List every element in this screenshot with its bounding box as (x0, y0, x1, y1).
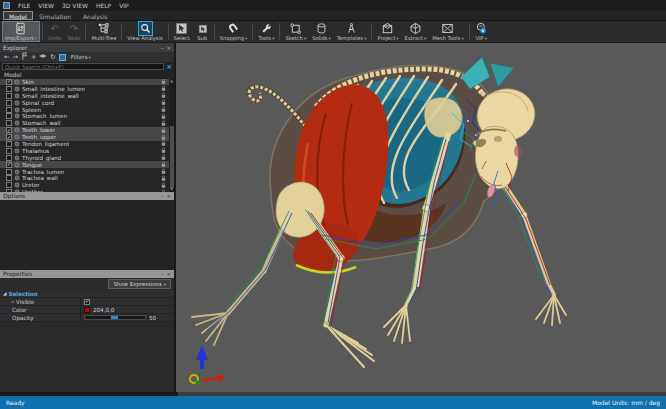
visible-checkbox[interactable]: ✓ (84, 299, 90, 305)
quick-search-input[interactable] (2, 63, 164, 70)
import-export-icon (14, 22, 27, 35)
tree-item-trachea-wall[interactable]: Trachea_wall (0, 175, 174, 182)
tree-item-stomach-wall[interactable]: Stomach_wall (0, 120, 174, 127)
left-dock: Explorer – × ← → + ↻ Filters ▾ (0, 43, 176, 392)
menu-item-file[interactable]: FILE (14, 0, 34, 11)
tree-item-spleen[interactable]: Spleen (0, 106, 174, 113)
3d-viewport[interactable] (176, 43, 666, 392)
project-button[interactable]: Project▾ (374, 21, 401, 42)
slider-handle[interactable] (111, 316, 118, 319)
visibility-checkbox[interactable]: ✓ (6, 162, 12, 168)
scroll-up-icon[interactable]: ▲ (169, 79, 174, 84)
menu-item-view[interactable]: VIEW (34, 0, 58, 11)
lock-icon[interactable] (161, 189, 166, 193)
redo-button[interactable]: ↷Redo (64, 21, 83, 42)
tree-item-ureter[interactable]: Ureter (0, 182, 174, 189)
scrollbar-thumb[interactable] (170, 126, 174, 187)
scroll-down-icon[interactable]: ▼ (169, 187, 174, 192)
chevron-down-icon: ▾ (329, 35, 331, 42)
templates-button[interactable]: Templates▾ (334, 21, 370, 42)
visibility-checkbox[interactable] (6, 86, 12, 92)
snapping-button[interactable]: Snapping▾ (217, 21, 251, 42)
tree-item-stomach-lumen[interactable]: Stomach_lumen (0, 113, 174, 120)
close-panel-icon[interactable]: × (166, 45, 171, 51)
sub-button[interactable]: Sub (193, 21, 212, 42)
mesh-tools-icon (441, 22, 454, 35)
visibility-checkbox[interactable] (6, 155, 12, 161)
tree-item-thyroid-gland[interactable]: Thyroid_gland (0, 154, 174, 161)
tab-analysis[interactable]: Analysis (77, 11, 114, 20)
visibility-checkbox[interactable] (6, 141, 12, 147)
pin-icon[interactable] (21, 52, 28, 63)
visibility-checkbox[interactable] (6, 120, 12, 126)
select-button[interactable]: Select (171, 21, 193, 42)
imp-export-button[interactable]: Imp/Export▾ (2, 21, 40, 42)
toolbar-button-label: Templates (337, 35, 363, 42)
sketch-button[interactable]: Sketch▾ (282, 21, 309, 42)
tree-item-tongue[interactable]: ✓Tongue (0, 161, 174, 168)
undo-button[interactable]: ↶Undo (45, 21, 65, 42)
visibility-checkbox[interactable] (6, 189, 12, 192)
tree-item-urethra[interactable]: Urethra (0, 189, 174, 193)
visibility-checkbox[interactable] (6, 107, 12, 113)
close-panel-icon[interactable]: × (166, 271, 171, 277)
chevron-down-icon: ▾ (35, 35, 37, 42)
clear-search-icon[interactable]: × (166, 63, 172, 71)
tree-item-teeth-upper[interactable]: ✓Teeth_upper (0, 134, 174, 141)
tree-item-trachea-lumen[interactable]: Trachea_lumen (0, 168, 174, 175)
tree-item-small-intestine-lumen[interactable]: Small_intestine_lumen (0, 85, 174, 92)
extract-button[interactable]: Extract▾ (401, 21, 429, 42)
visibility-checkbox[interactable] (6, 100, 12, 106)
visibility-checkbox[interactable] (6, 93, 12, 99)
visibility-checkbox[interactable]: ✓ (6, 79, 12, 85)
opacity-slider[interactable] (84, 315, 146, 320)
pin-panel-icon[interactable]: – (161, 193, 164, 199)
tree-item-skin[interactable]: ✓Skin (0, 79, 174, 86)
pin-panel-icon[interactable]: – (161, 45, 164, 51)
pin-panel-icon[interactable]: – (161, 271, 164, 277)
visibility-checkbox[interactable]: ✓ (6, 134, 12, 140)
visibility-checkbox[interactable] (6, 148, 12, 154)
visibility-checkbox[interactable] (6, 175, 12, 181)
show-expressions-button[interactable]: Show Expressions ▾ (108, 279, 171, 289)
tab-simulation[interactable]: Simulation (33, 11, 77, 20)
back-icon[interactable]: ← (4, 52, 9, 62)
tools-button[interactable]: Tools▾ (255, 21, 277, 42)
forward-icon[interactable]: → (12, 52, 17, 62)
add-icon[interactable]: + (31, 52, 36, 62)
tree-item-label: Spleen (22, 107, 41, 113)
model-node-icon (14, 169, 20, 175)
toolbar-button-label: Mesh Tools (432, 35, 460, 42)
view-analysis-button[interactable]: View Analysis (124, 21, 165, 42)
filters-button[interactable]: Filters ▾ (71, 54, 91, 60)
collapse-arrow-icon[interactable]: ◢ (3, 291, 6, 296)
model-tree: ✓SkinSmall_intestine_lumenSmall_intestin… (0, 79, 174, 193)
menu-item-3d-view[interactable]: 3D VIEW (58, 0, 92, 11)
visibility-checkbox[interactable] (6, 113, 12, 119)
color-swatch[interactable] (84, 307, 90, 313)
sketch-icon (289, 22, 302, 35)
mesh-tools-button[interactable]: Mesh Tools▾ (429, 21, 466, 42)
tree-item-small-intestine-wall[interactable]: Small_intestine_wall (0, 92, 174, 99)
tree-item-tendon-ligament[interactable]: Tendon_ligament (0, 141, 174, 148)
anatomical-model-canvas[interactable] (176, 43, 664, 392)
refresh-icon[interactable]: ↻ (50, 52, 55, 62)
close-panel-icon[interactable]: × (166, 193, 171, 199)
tree-item-spinal-cord[interactable]: Spinal_cord (0, 99, 174, 106)
vip-button[interactable]: VIP▾ (472, 21, 491, 42)
property-group-selection[interactable]: ◢ Selection (0, 290, 174, 298)
tree-scrollbar[interactable]: ▲ ▼ (169, 79, 174, 193)
solids-button[interactable]: Solids▾ (309, 21, 334, 42)
menu-item-help[interactable]: HELP (92, 0, 115, 11)
multi-tree-button[interactable]: Multi-Tree (88, 21, 119, 42)
menu-item-vip[interactable]: VIP (115, 0, 133, 11)
visibility-checkbox[interactable] (6, 182, 12, 188)
tree-item-thalamus[interactable]: Thalamus (0, 147, 174, 154)
visibility-checkbox[interactable]: ✓ (6, 127, 12, 133)
visibility-checkbox[interactable] (6, 169, 12, 175)
templates-icon (345, 22, 358, 35)
view-mode-icon[interactable] (59, 54, 66, 61)
tree-item-teeth-lower[interactable]: ✓Teeth_lower (0, 127, 174, 134)
eye-icon[interactable] (39, 52, 47, 63)
tab-model[interactable]: Model (3, 11, 33, 20)
